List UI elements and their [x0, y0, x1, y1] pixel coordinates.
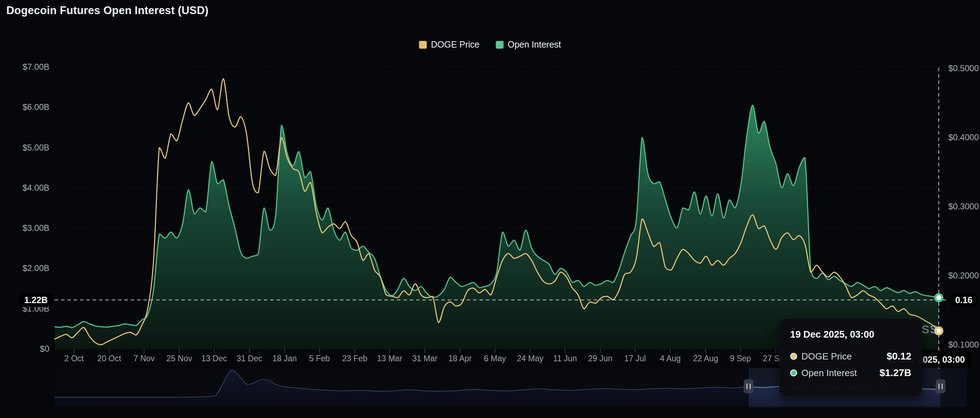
x-axis-label: 29 Jun	[588, 354, 612, 364]
x-axis-label: 13 Dec	[202, 354, 227, 364]
chart-tooltip: 19 Dec 2025, 03:00 DOGE Price $0.12 Open…	[779, 318, 922, 397]
tooltip-row-doge-price: DOGE Price $0.12	[790, 351, 911, 362]
navigator-left-handle-icon[interactable]	[744, 379, 754, 393]
x-axis-label: 31 Dec	[237, 354, 262, 364]
tooltip-series-name: Open Interest	[802, 368, 857, 378]
watermark: SS	[921, 323, 939, 336]
navigator-dim-unselected	[55, 368, 749, 407]
y-axis-left-label: $2.00B	[7, 263, 49, 273]
navigator-right-handle-icon[interactable]	[935, 379, 945, 393]
open-interest-dot-icon	[790, 369, 797, 377]
tooltip-date: 19 Dec 2025, 03:00	[790, 329, 911, 340]
open-interest-area	[55, 105, 939, 349]
x-axis-tick-marks	[74, 349, 776, 353]
tooltip-series-value: $0.12	[887, 351, 911, 362]
y-axis-left-label: $6.00B	[7, 102, 49, 112]
x-axis-label: 6 May	[484, 354, 506, 364]
crosshair-right-value-badge: 0.16	[950, 293, 978, 307]
y-axis-right-label: $0.2000	[948, 271, 979, 281]
tooltip-series-name: DOGE Price	[802, 351, 852, 362]
x-axis-label: 18 Jan	[272, 354, 297, 364]
x-axis-label: 11 Jun	[553, 354, 577, 364]
x-axis-label: 23 Feb	[342, 354, 368, 364]
x-axis-label: 20 Oct	[97, 354, 121, 364]
y-axis-right-label: $0.3000	[948, 202, 979, 211]
open-interest-series	[55, 105, 939, 349]
x-axis-label: 22 Aug	[693, 354, 718, 364]
tooltip-series-value: $1.27B	[880, 367, 911, 378]
doge-price-dot-icon	[790, 353, 797, 360]
x-axis-label: 25 Nov	[167, 354, 192, 364]
dogecoin-futures-open-interest-panel: Dogecoin Futures Open Interest (USD) DOG…	[0, 0, 980, 418]
y-axis-right-label: $0.5000	[948, 64, 979, 73]
x-axis-label: 31 Mar	[412, 354, 438, 364]
open-interest-marker-icon	[935, 294, 942, 302]
y-axis-left-label: $7.00B	[7, 62, 49, 72]
x-axis-label: 2 Oct	[64, 354, 84, 364]
x-axis-label: 24 May	[517, 354, 543, 364]
y-axis-left-label: $0	[7, 344, 49, 354]
y-axis-right-label: $0.1000	[948, 340, 979, 349]
tooltip-row-open-interest: Open Interest $1.27B	[790, 367, 911, 378]
y-axis-left-label: $4.00B	[7, 183, 49, 193]
x-axis-label: 7 Nov	[134, 354, 154, 364]
y-axis-left-label: $3.00B	[7, 223, 49, 233]
x-axis-label: 9 Sep	[730, 354, 751, 364]
y-axis-left-label: $5.00B	[7, 143, 49, 153]
x-axis-label: 5 Feb	[309, 354, 330, 364]
x-axis-label: 18 Apr	[449, 354, 472, 364]
x-axis-label: 4 Aug	[660, 354, 681, 364]
crosshair-left-value-badge: 1.22B	[19, 293, 53, 307]
x-axis-label: 17 Jul	[624, 354, 646, 364]
y-axis-right-label: $0.4000	[948, 132, 979, 142]
x-axis-label: 13 Mar	[377, 354, 402, 364]
